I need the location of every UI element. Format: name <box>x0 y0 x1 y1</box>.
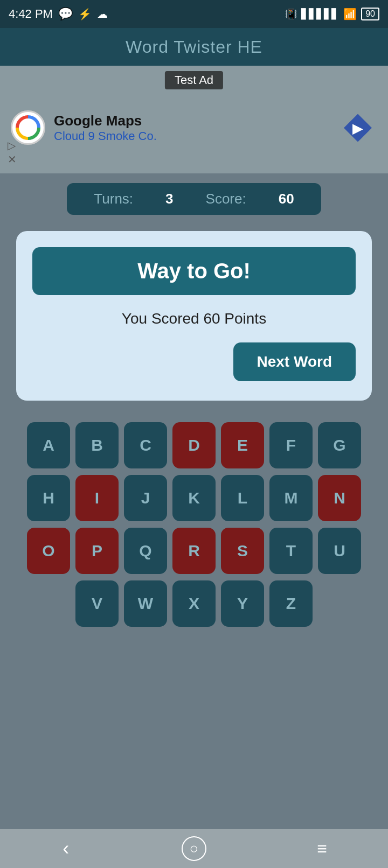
key-i[interactable]: I <box>75 475 119 521</box>
key-v[interactable]: V <box>75 580 119 627</box>
key-s[interactable]: S <box>221 528 264 574</box>
dialog-score-text: You Scored 60 Points <box>32 310 356 327</box>
key-c[interactable]: C <box>124 422 167 468</box>
dialog-overlay: Way to Go! You Scored 60 Points Next Wor… <box>0 220 388 411</box>
battery-indicator: 90 <box>361 8 379 20</box>
keyboard-row-1: HIJKLMN <box>9 475 379 521</box>
key-a[interactable]: A <box>27 422 70 468</box>
navigation-bar: ‹ ○ ≡ <box>0 829 388 868</box>
ad-content: Google Maps Cloud 9 Smoke Co. <box>11 110 157 145</box>
key-g[interactable]: G <box>318 422 361 468</box>
cloud-icon: ☁ <box>97 8 108 20</box>
ad-corner-icons: ▷ ✕ <box>8 139 17 166</box>
status-right: 📳 ▋▋▋▋▋ 📶 90 <box>285 8 379 20</box>
key-o[interactable]: O <box>27 528 70 574</box>
dialog-title: Way to Go! <box>137 259 251 283</box>
score-bar: Turns: 3 Score: 60 <box>0 173 388 220</box>
menu-button[interactable]: ≡ <box>306 832 338 865</box>
turns-label: Turns: <box>94 191 133 207</box>
usb-icon: ⚡ <box>78 8 92 20</box>
keyboard-row-3: VWXYZ <box>9 580 379 627</box>
score-container: Turns: 3 Score: 60 <box>67 183 321 215</box>
key-b[interactable]: B <box>75 422 119 468</box>
key-l[interactable]: L <box>221 475 264 521</box>
keyboard-area: ABCDEFGHIJKLMNOPQRSTUVWXYZ <box>0 411 388 632</box>
ad-play-icon: ▷ <box>8 139 17 152</box>
app-title: Word Twister HE <box>126 37 262 57</box>
ad-text-block: Google Maps Cloud 9 Smoke Co. <box>54 113 157 143</box>
key-r[interactable]: R <box>172 528 216 574</box>
key-n[interactable]: N <box>318 475 361 521</box>
ad-company-name: Google Maps <box>54 113 157 129</box>
key-z[interactable]: Z <box>269 580 313 627</box>
svg-point-1 <box>24 123 32 132</box>
key-y[interactable]: Y <box>221 580 264 627</box>
ad-banner[interactable]: Test Ad Google Maps Cloud 9 Smoke Co. ▶ … <box>0 66 388 173</box>
score-value: 60 <box>279 191 294 207</box>
key-d[interactable]: D <box>172 422 216 468</box>
key-f[interactable]: F <box>269 422 313 468</box>
key-j[interactable]: J <box>124 475 167 521</box>
next-word-button[interactable]: Next Word <box>233 342 356 381</box>
home-button[interactable]: ○ <box>182 836 206 861</box>
key-h[interactable]: H <box>27 475 70 521</box>
ad-navigate-icon[interactable]: ▶ <box>344 114 372 142</box>
key-e[interactable]: E <box>221 422 264 468</box>
key-m[interactable]: M <box>269 475 313 521</box>
dialog-title-box: Way to Go! <box>32 247 356 295</box>
status-time: 4:42 PM <box>9 7 53 21</box>
ad-label: Test Ad <box>165 71 223 89</box>
back-button[interactable]: ‹ <box>50 832 82 865</box>
key-p[interactable]: P <box>75 528 119 574</box>
key-k[interactable]: K <box>172 475 216 521</box>
app-header: Word Twister HE <box>0 28 388 66</box>
vibrate-icon: 📳 <box>285 8 297 20</box>
google-maps-logo-icon <box>15 115 41 141</box>
status-left: 4:42 PM 💬 ⚡ ☁ <box>9 7 108 21</box>
wifi-icon: 📶 <box>343 8 357 20</box>
whatsapp-icon: 💬 <box>58 7 73 21</box>
key-u[interactable]: U <box>318 528 361 574</box>
dialog-actions: Next Word <box>32 342 356 381</box>
keyboard-row-0: ABCDEFG <box>9 422 379 468</box>
keyboard-row-2: OPQRSTU <box>9 528 379 574</box>
key-w[interactable]: W <box>124 580 167 627</box>
key-x[interactable]: X <box>172 580 216 627</box>
signal-icon: ▋▋▋▋▋ <box>301 8 339 20</box>
score-label: Score: <box>206 191 246 207</box>
status-bar: 4:42 PM 💬 ⚡ ☁ 📳 ▋▋▋▋▋ 📶 90 <box>0 0 388 28</box>
ad-close-icon: ✕ <box>8 153 17 166</box>
turns-value: 3 <box>165 191 173 207</box>
result-dialog: Way to Go! You Scored 60 Points Next Wor… <box>16 231 372 401</box>
key-t[interactable]: T <box>269 528 313 574</box>
ad-subtitle: Cloud 9 Smoke Co. <box>54 129 157 143</box>
key-q[interactable]: Q <box>124 528 167 574</box>
